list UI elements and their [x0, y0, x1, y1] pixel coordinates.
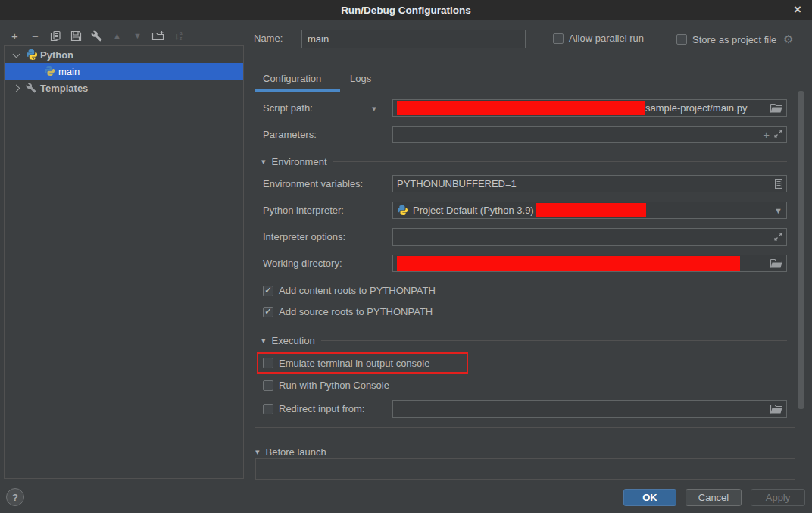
tree-item-label: Python [40, 49, 73, 61]
wrench-icon [26, 82, 38, 94]
tab-logs[interactable]: Logs [350, 73, 371, 84]
collapse-triangle-icon[interactable]: ▾ [261, 157, 266, 167]
environment-variables-input[interactable]: PYTHONUNBUFFERED=1 [392, 175, 787, 192]
before-launch-task-list[interactable] [255, 458, 795, 480]
environment-section-header[interactable]: ▾ Environment [261, 156, 787, 167]
tree-item-main[interactable]: main [5, 63, 243, 80]
interpreter-options-input[interactable] [392, 228, 787, 246]
python-interpreter-label: Python interpreter: [263, 205, 344, 216]
section-divider [333, 452, 795, 452]
python-icon [44, 65, 56, 77]
script-path-value: sample-project/main.py [645, 102, 747, 114]
new-folder-icon[interactable] [151, 29, 164, 42]
working-directory-label: Working directory: [263, 258, 342, 269]
copy-configuration-icon[interactable] [49, 29, 62, 42]
remove-configuration-button[interactable]: − [29, 29, 42, 42]
collapse-triangle-icon[interactable]: ▾ [255, 447, 260, 457]
folder-icon[interactable] [770, 258, 782, 268]
checkbox-icon[interactable] [263, 358, 273, 368]
chevron-right-icon[interactable] [13, 84, 20, 92]
redirect-input-checkbox[interactable]: Redirect input from: [263, 403, 364, 414]
add-source-roots-checkbox[interactable]: Add source roots to PYTHONPATH [263, 306, 433, 317]
sort-configurations-icon: ↓az [172, 29, 185, 42]
checkbox-icon[interactable] [263, 380, 273, 391]
checkbox-icon[interactable] [263, 404, 273, 414]
folder-icon[interactable] [770, 103, 782, 113]
python-icon [397, 205, 409, 217]
selected-tab-underline [255, 89, 340, 92]
name-label: Name: [254, 33, 283, 44]
environment-variables-label: Environment variables: [263, 178, 363, 189]
environment-section-label: Environment [272, 156, 327, 167]
before-launch-section-header[interactable]: ▾ Before launch [255, 446, 795, 458]
add-content-roots-checkbox[interactable]: Add content roots to PYTHONPATH [263, 285, 436, 296]
section-divider [333, 161, 787, 162]
tree-item-label: Templates [40, 83, 88, 94]
execution-section-header[interactable]: ▾ Execution [261, 335, 787, 346]
checkbox-checked-icon[interactable] [263, 307, 273, 317]
gear-icon[interactable]: ⚙ [783, 33, 793, 46]
tree-item-python[interactable]: Python [5, 46, 243, 63]
browse-variables-icon[interactable] [775, 179, 782, 189]
redaction-block [397, 256, 740, 271]
configurations-tree: Python main Templates [4, 45, 244, 479]
name-input[interactable]: main [301, 30, 526, 48]
checkbox-checked-icon[interactable] [263, 286, 273, 296]
chevron-down-icon[interactable] [13, 50, 20, 58]
ok-button[interactable]: OK [623, 489, 676, 506]
help-button[interactable]: ? [6, 488, 24, 506]
redirect-input-file-input[interactable] [392, 400, 787, 418]
move-down-icon: ▼ [131, 29, 144, 42]
parameters-label: Parameters: [263, 129, 317, 140]
script-path-input[interactable]: sample-project/main.py [392, 99, 787, 117]
interpreter-options-label: Interpreter options: [263, 231, 345, 242]
titlebar: Run/Debug Configurations × [0, 0, 812, 20]
checkbox-icon[interactable] [676, 34, 687, 45]
dialog-title: Run/Debug Configurations [341, 5, 471, 16]
edit-templates-wrench-icon[interactable] [90, 29, 103, 42]
collapse-triangle-icon[interactable]: ▾ [261, 336, 266, 346]
script-path-dropdown-icon[interactable]: ▾ [372, 104, 376, 114]
content-bottom-divider [255, 427, 795, 428]
emulate-terminal-highlight-box: Emulate terminal in output console [257, 352, 468, 374]
expand-icon[interactable] [774, 129, 782, 140]
section-divider [321, 340, 787, 341]
run-debug-configurations-dialog: Run/Debug Configurations × + − ▲ ▼ ↓az [0, 0, 812, 513]
allow-parallel-run-checkbox[interactable]: Allow parallel run [553, 33, 644, 44]
script-path-label: Script path: [263, 102, 313, 114]
add-macro-icon[interactable]: + [763, 128, 770, 141]
execution-section-label: Execution [272, 335, 315, 346]
python-interpreter-select[interactable]: Project Default (Python 3.9) ▼ [392, 202, 787, 219]
allow-parallel-run-label: Allow parallel run [569, 33, 644, 44]
chevron-down-icon[interactable]: ▼ [774, 206, 782, 215]
python-icon [26, 48, 38, 61]
store-as-project-file-label: Store as project file [692, 34, 776, 45]
run-python-console-checkbox[interactable]: Run with Python Console [263, 380, 389, 391]
apply-button[interactable]: Apply [751, 489, 805, 506]
parameters-input[interactable]: + [392, 126, 787, 143]
close-icon[interactable]: × [790, 2, 805, 17]
move-up-icon: ▲ [111, 29, 123, 42]
add-configuration-button[interactable]: + [8, 29, 21, 42]
cancel-button[interactable]: Cancel [686, 489, 742, 506]
folder-icon[interactable] [770, 404, 782, 414]
save-configuration-icon[interactable] [70, 29, 83, 42]
expand-icon[interactable] [774, 233, 782, 241]
tree-item-templates[interactable]: Templates [5, 80, 243, 96]
before-launch-section-label: Before launch [266, 446, 326, 458]
vertical-scrollbar[interactable] [798, 91, 804, 409]
tree-toolbar: + − ▲ ▼ ↓az [8, 28, 185, 43]
tab-configuration[interactable]: Configuration [263, 73, 321, 84]
store-as-project-file-checkbox[interactable]: Store as project file ⚙ [676, 33, 794, 46]
redaction-block [536, 203, 646, 217]
python-interpreter-value: Project Default (Python 3.9) [413, 205, 534, 216]
tree-item-label: main [58, 66, 80, 77]
emulate-terminal-checkbox[interactable]: Emulate terminal in output console [263, 358, 429, 369]
checkbox-icon[interactable] [553, 33, 564, 44]
working-directory-input[interactable] [392, 255, 787, 272]
redaction-block [397, 101, 645, 115]
